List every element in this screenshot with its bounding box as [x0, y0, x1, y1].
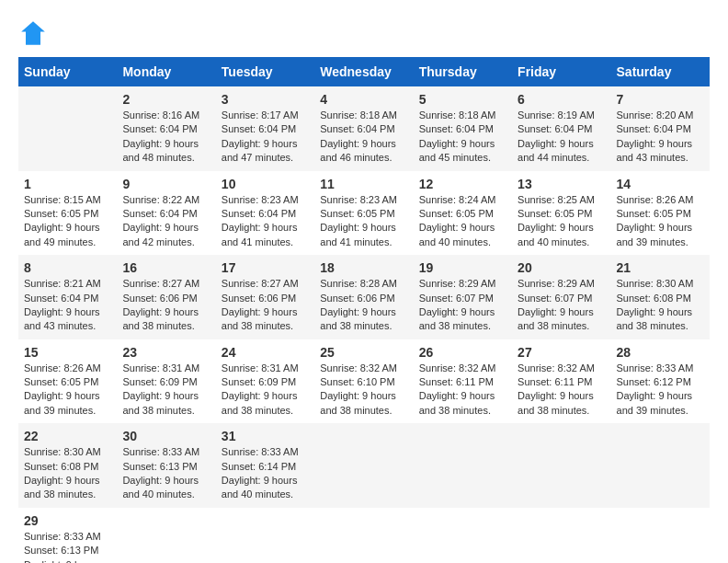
calendar-cell	[414, 508, 512, 563]
day-info: Sunrise: 8:27 AM Sunset: 6:06 PM Dayligh…	[122, 277, 210, 334]
day-number: 20	[518, 260, 605, 275]
day-number: 10	[222, 177, 309, 191]
day-number: 25	[320, 345, 407, 360]
day-number: 9	[122, 177, 210, 191]
calendar-cell: 28Sunrise: 8:33 AM Sunset: 6:12 PM Dayli…	[611, 339, 710, 424]
day-info: Sunrise: 8:24 AM Sunset: 6:05 PM Dayligh…	[419, 193, 506, 250]
day-info: Sunrise: 8:31 AM Sunset: 6:09 PM Dayligh…	[122, 362, 210, 419]
calendar-cell	[314, 423, 413, 508]
calendar-cell: 22Sunrise: 8:30 AM Sunset: 6:08 PM Dayli…	[18, 423, 117, 508]
day-info: Sunrise: 8:32 AM Sunset: 6:10 PM Dayligh…	[320, 362, 407, 419]
day-info: Sunrise: 8:31 AM Sunset: 6:09 PM Dayligh…	[222, 362, 309, 419]
day-number: 26	[419, 345, 506, 360]
day-number: 31	[222, 429, 309, 443]
day-info: Sunrise: 8:25 AM Sunset: 6:05 PM Dayligh…	[518, 193, 605, 250]
day-info: Sunrise: 8:26 AM Sunset: 6:05 PM Dayligh…	[617, 193, 704, 250]
calendar-cell: 17Sunrise: 8:27 AM Sunset: 6:06 PM Dayli…	[216, 255, 314, 339]
calendar-cell: 8Sunrise: 8:21 AM Sunset: 6:04 PM Daylig…	[18, 255, 117, 339]
calendar-row: 22Sunrise: 8:30 AM Sunset: 6:08 PM Dayli…	[18, 423, 710, 508]
calendar-cell	[611, 508, 710, 563]
day-number: 22	[24, 429, 111, 443]
calendar-cell: 3Sunrise: 8:17 AM Sunset: 6:04 PM Daylig…	[216, 86, 314, 171]
day-number: 1	[24, 177, 111, 191]
calendar-cell	[512, 508, 610, 563]
day-info: Sunrise: 8:19 AM Sunset: 6:04 PM Dayligh…	[518, 109, 605, 166]
calendar-cell	[18, 86, 117, 171]
day-number: 19	[419, 260, 506, 275]
calendar-cell: 14Sunrise: 8:26 AM Sunset: 6:05 PM Dayli…	[611, 171, 710, 256]
day-info: Sunrise: 8:18 AM Sunset: 6:04 PM Dayligh…	[419, 109, 506, 166]
calendar-cell: 21Sunrise: 8:30 AM Sunset: 6:08 PM Dayli…	[611, 255, 710, 339]
calendar-table: SundayMondayTuesdayWednesdayThursdayFrid…	[18, 57, 710, 563]
day-number: 28	[617, 345, 704, 360]
day-info: Sunrise: 8:18 AM Sunset: 6:04 PM Dayligh…	[320, 109, 407, 166]
day-number: 17	[222, 260, 309, 275]
day-info: Sunrise: 8:15 AM Sunset: 6:05 PM Dayligh…	[24, 193, 111, 250]
day-number: 23	[122, 345, 210, 360]
day-info: Sunrise: 8:27 AM Sunset: 6:06 PM Dayligh…	[222, 277, 309, 334]
day-number: 4	[320, 92, 407, 107]
calendar-cell: 9Sunrise: 8:22 AM Sunset: 6:04 PM Daylig…	[117, 171, 215, 256]
calendar-row: 29Sunrise: 8:33 AM Sunset: 6:13 PM Dayli…	[18, 508, 710, 563]
day-number: 16	[122, 260, 210, 275]
day-number: 7	[617, 92, 704, 107]
logo	[18, 18, 51, 48]
day-number: 3	[222, 92, 309, 107]
day-info: Sunrise: 8:22 AM Sunset: 6:04 PM Dayligh…	[122, 193, 210, 250]
calendar-body: 2Sunrise: 8:16 AM Sunset: 6:04 PM Daylig…	[18, 86, 710, 563]
day-info: Sunrise: 8:17 AM Sunset: 6:04 PM Dayligh…	[222, 109, 309, 166]
calendar-cell: 30Sunrise: 8:33 AM Sunset: 6:13 PM Dayli…	[117, 423, 215, 508]
day-info: Sunrise: 8:33 AM Sunset: 6:13 PM Dayligh…	[24, 530, 111, 563]
day-number: 29	[24, 513, 111, 528]
calendar-row: 2Sunrise: 8:16 AM Sunset: 6:04 PM Daylig…	[18, 86, 710, 171]
header-cell-wednesday: Wednesday	[314, 57, 413, 86]
svg-marker-0	[21, 21, 45, 45]
calendar-cell: 31Sunrise: 8:33 AM Sunset: 6:14 PM Dayli…	[216, 423, 314, 508]
day-number: 13	[518, 177, 605, 191]
day-info: Sunrise: 8:16 AM Sunset: 6:04 PM Dayligh…	[122, 109, 210, 166]
day-info: Sunrise: 8:23 AM Sunset: 6:04 PM Dayligh…	[222, 193, 309, 250]
day-info: Sunrise: 8:33 AM Sunset: 6:12 PM Dayligh…	[617, 362, 704, 419]
day-number: 24	[222, 345, 309, 360]
header-cell-thursday: Thursday	[414, 57, 512, 86]
calendar-cell: 13Sunrise: 8:25 AM Sunset: 6:05 PM Dayli…	[512, 171, 610, 256]
day-number: 12	[419, 177, 506, 191]
calendar-cell	[611, 423, 710, 508]
day-number: 18	[320, 260, 407, 275]
day-number: 11	[320, 177, 407, 191]
day-number: 27	[518, 345, 605, 360]
calendar-cell: 12Sunrise: 8:24 AM Sunset: 6:05 PM Dayli…	[414, 171, 512, 256]
day-number: 30	[122, 429, 210, 443]
day-info: Sunrise: 8:26 AM Sunset: 6:05 PM Dayligh…	[24, 362, 111, 419]
calendar-cell	[216, 508, 314, 563]
calendar-cell: 16Sunrise: 8:27 AM Sunset: 6:06 PM Dayli…	[117, 255, 215, 339]
calendar-cell: 27Sunrise: 8:32 AM Sunset: 6:11 PM Dayli…	[512, 339, 610, 424]
calendar-row: 15Sunrise: 8:26 AM Sunset: 6:05 PM Dayli…	[18, 339, 710, 424]
day-info: Sunrise: 8:32 AM Sunset: 6:11 PM Dayligh…	[518, 362, 605, 419]
calendar-cell: 20Sunrise: 8:29 AM Sunset: 6:07 PM Dayli…	[512, 255, 610, 339]
header-row: SundayMondayTuesdayWednesdayThursdayFrid…	[18, 57, 710, 86]
day-number: 15	[24, 345, 111, 360]
day-number: 14	[617, 177, 704, 191]
day-number: 2	[122, 92, 210, 107]
calendar-row: 1Sunrise: 8:15 AM Sunset: 6:05 PM Daylig…	[18, 171, 710, 256]
day-info: Sunrise: 8:21 AM Sunset: 6:04 PM Dayligh…	[24, 277, 111, 334]
calendar-header: SundayMondayTuesdayWednesdayThursdayFrid…	[18, 57, 710, 86]
calendar-cell: 24Sunrise: 8:31 AM Sunset: 6:09 PM Dayli…	[216, 339, 314, 424]
header-cell-friday: Friday	[512, 57, 610, 86]
calendar-cell	[414, 423, 512, 508]
day-number: 21	[617, 260, 704, 275]
day-info: Sunrise: 8:30 AM Sunset: 6:08 PM Dayligh…	[24, 445, 111, 502]
calendar-row: 8Sunrise: 8:21 AM Sunset: 6:04 PM Daylig…	[18, 255, 710, 339]
day-info: Sunrise: 8:29 AM Sunset: 6:07 PM Dayligh…	[518, 277, 605, 334]
day-info: Sunrise: 8:33 AM Sunset: 6:14 PM Dayligh…	[222, 445, 309, 502]
day-info: Sunrise: 8:33 AM Sunset: 6:13 PM Dayligh…	[122, 445, 210, 502]
calendar-cell: 26Sunrise: 8:32 AM Sunset: 6:11 PM Dayli…	[414, 339, 512, 424]
day-number: 8	[24, 260, 111, 275]
calendar-cell: 29Sunrise: 8:33 AM Sunset: 6:13 PM Dayli…	[18, 508, 117, 563]
day-info: Sunrise: 8:20 AM Sunset: 6:04 PM Dayligh…	[617, 109, 704, 166]
header-cell-monday: Monday	[117, 57, 215, 86]
page-header	[18, 18, 710, 48]
calendar-cell: 10Sunrise: 8:23 AM Sunset: 6:04 PM Dayli…	[216, 171, 314, 256]
calendar-cell: 7Sunrise: 8:20 AM Sunset: 6:04 PM Daylig…	[611, 86, 710, 171]
